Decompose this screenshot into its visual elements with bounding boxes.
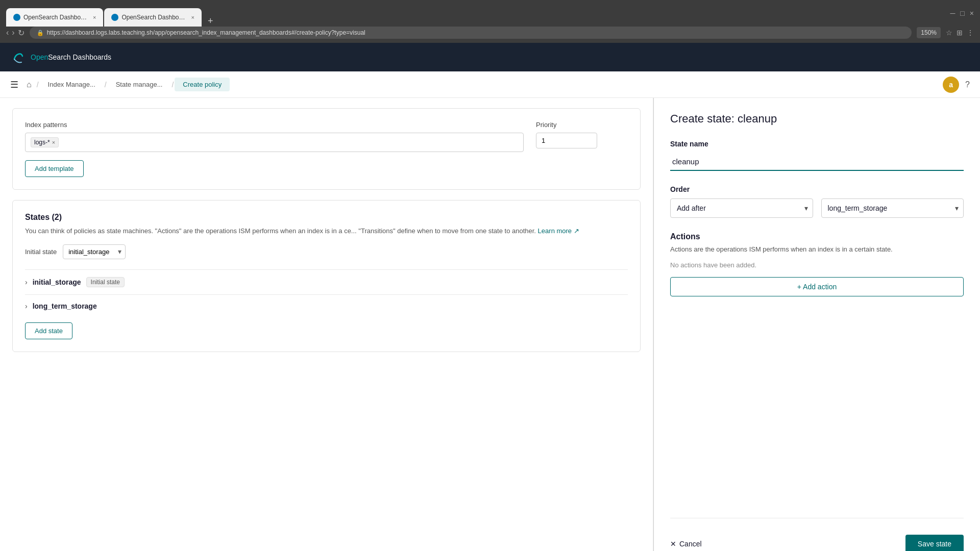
state-chevron-1[interactable]: › xyxy=(25,278,28,286)
browser-tabs-bar: OpenSearch Dashboards × OpenSearch Dashb… xyxy=(0,0,980,27)
state-name-label: State name xyxy=(670,140,964,148)
actions-description: Actions are the operations ISM performs … xyxy=(670,245,964,253)
breadcrumb-sep-2: / xyxy=(172,81,174,89)
bookmark-icon[interactable]: ☆ xyxy=(946,29,952,37)
browser-tab-2[interactable]: OpenSearch Dashboards × xyxy=(104,8,201,27)
learn-more-link[interactable]: Learn more ↗ xyxy=(538,227,579,235)
priority-group: Priority xyxy=(536,121,628,148)
index-patterns-label: Index patterns xyxy=(25,121,524,129)
create-state-title: Create state: cleanup xyxy=(670,112,964,126)
breadcrumb-bar: ☰ ⌂ / Index Manage... / State manage... … xyxy=(0,71,980,98)
order-state-select[interactable]: long_term_storage initial_storage xyxy=(821,198,964,218)
add-template-button[interactable]: Add template xyxy=(25,160,84,177)
cancel-x-icon: ✕ xyxy=(670,540,676,548)
home-button[interactable]: ⌂ xyxy=(27,80,32,89)
reload-button[interactable]: ↻ xyxy=(18,28,24,38)
back-button[interactable]: ‹ xyxy=(6,28,9,38)
state-chevron-2[interactable]: › xyxy=(25,302,28,310)
tag-remove[interactable]: × xyxy=(52,139,55,145)
main-content: Index patterns logs-* × Priority Add tem… xyxy=(0,98,980,551)
tag-value: logs-* xyxy=(34,139,50,146)
maximize-button[interactable]: □ xyxy=(960,9,964,17)
order-type-wrapper: Add after Add before Add first ▾ xyxy=(670,198,813,218)
left-panel: Index patterns logs-* × Priority Add tem… xyxy=(0,98,653,551)
opensearch-logo-icon xyxy=(10,49,27,65)
states-title: States (2) xyxy=(25,213,628,222)
tab-close-2[interactable]: × xyxy=(191,14,194,20)
tab-favicon-2 xyxy=(111,14,118,21)
nav-arrows: ‹ › ↻ xyxy=(6,28,24,38)
close-window-button[interactable]: × xyxy=(970,9,974,17)
browser-icons: ☆ ⊞ ⋮ xyxy=(946,29,974,37)
order-row: Add after Add before Add first ▾ long_te… xyxy=(670,198,964,218)
right-panel-footer: ✕ Cancel Save state xyxy=(670,518,964,551)
tab-favicon-1 xyxy=(13,14,20,21)
actions-title: Actions xyxy=(670,232,964,241)
breadcrumb-create-policy[interactable]: Create policy xyxy=(175,78,230,91)
initial-state-select[interactable]: initial_storage xyxy=(63,244,126,259)
breadcrumb-index-manage[interactable]: Index Manage... xyxy=(40,78,104,91)
tab-list: OpenSearch Dashboards × OpenSearch Dashb… xyxy=(6,0,216,27)
state-badge-1: Initial state xyxy=(86,277,125,287)
hamburger-menu[interactable]: ☰ xyxy=(10,79,18,90)
new-tab-button[interactable]: + xyxy=(205,16,216,27)
index-patterns-card: Index patterns logs-* × Priority Add tem… xyxy=(12,108,641,190)
address-bar: ‹ › ↻ 🔒 https://dashboard.logs.labs.teac… xyxy=(0,27,980,43)
forward-button[interactable]: › xyxy=(12,28,14,38)
tab-close-1[interactable]: × xyxy=(93,14,96,20)
priority-label: Priority xyxy=(536,121,628,129)
tab-label-2: OpenSearch Dashboards xyxy=(121,14,188,21)
cancel-button[interactable]: ✕ Cancel xyxy=(670,540,702,548)
state-item-initial: › initial_storage Initial state xyxy=(25,269,628,294)
priority-input[interactable] xyxy=(536,133,597,148)
cancel-label: Cancel xyxy=(679,540,702,548)
minimize-button[interactable]: ─ xyxy=(950,9,955,17)
breadcrumb-right: a ? xyxy=(943,77,970,93)
url-bar[interactable]: 🔒 https://dashboard.logs.labs.teaching.s… xyxy=(30,27,912,39)
help-icon[interactable]: ? xyxy=(965,80,970,89)
initial-state-label: Initial state xyxy=(25,248,57,256)
zoom-badge: 150% xyxy=(917,27,941,38)
opensearch-logo: OpenSearch Dashboards xyxy=(10,49,111,65)
breadcrumb-state-manage[interactable]: State manage... xyxy=(108,78,171,91)
url-text: https://dashboard.logs.labs.teaching.sh/… xyxy=(47,29,365,36)
initial-state-select-wrapper: initial_storage xyxy=(63,244,126,259)
state-name-2: long_term_storage xyxy=(33,302,97,310)
logo-text: OpenSearch Dashboards xyxy=(31,53,111,61)
breadcrumb-sep-1: / xyxy=(105,81,107,89)
order-label: Order xyxy=(670,185,964,193)
no-actions-text: No actions have been added. xyxy=(670,261,964,269)
save-state-button[interactable]: Save state xyxy=(905,535,964,551)
extensions-icon[interactable]: ⊞ xyxy=(957,29,963,37)
form-row-index-priority: Index patterns logs-* × Priority xyxy=(25,121,628,152)
breadcrumb-sep-0: / xyxy=(37,81,39,89)
tab-label-1: OpenSearch Dashboards xyxy=(23,14,90,21)
add-state-button[interactable]: Add state xyxy=(25,322,72,339)
user-avatar[interactable]: a xyxy=(943,77,959,93)
state-name-input[interactable] xyxy=(670,153,964,171)
index-patterns-input[interactable]: logs-* × xyxy=(25,133,524,152)
order-type-select[interactable]: Add after Add before Add first xyxy=(670,198,813,218)
states-section: States (2) You can think of policies as … xyxy=(12,200,641,352)
menu-icon[interactable]: ⋮ xyxy=(967,29,974,37)
order-state-wrapper: long_term_storage initial_storage ▾ xyxy=(821,198,964,218)
browser-tab-1[interactable]: OpenSearch Dashboards × xyxy=(6,8,103,27)
state-item-longterm: › long_term_storage xyxy=(25,294,628,317)
index-patterns-group: Index patterns logs-* × xyxy=(25,121,524,152)
logs-tag: logs-* × xyxy=(31,137,59,147)
states-description: You can think of policies as state machi… xyxy=(25,226,628,236)
lock-icon: 🔒 xyxy=(37,30,44,36)
top-navigation: OpenSearch Dashboards xyxy=(0,43,980,71)
add-action-button[interactable]: + Add action xyxy=(670,277,964,296)
right-panel: Create state: cleanup State name Order A… xyxy=(653,98,980,551)
initial-state-row: Initial state initial_storage xyxy=(25,244,628,259)
state-name-1: initial_storage xyxy=(33,278,81,286)
